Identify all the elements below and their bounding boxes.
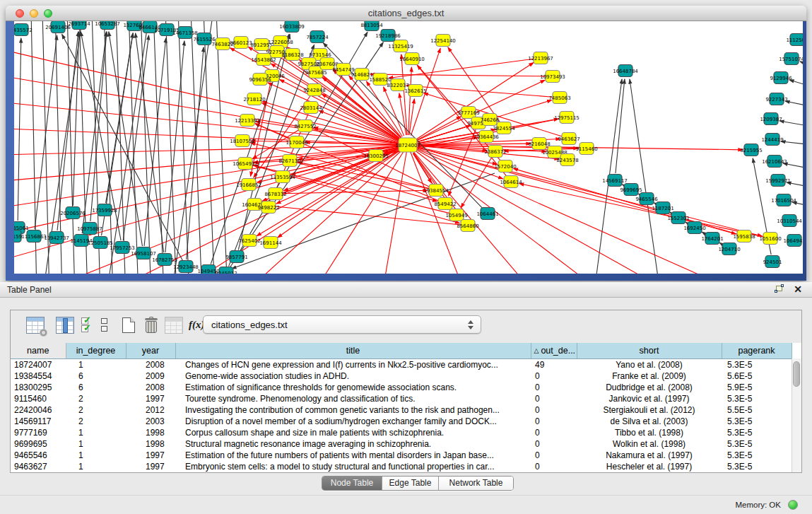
table-cell[interactable]: 0 bbox=[531, 450, 577, 461]
column-header-in_degree[interactable]: in_degree bbox=[66, 343, 126, 358]
column-header-pagerank[interactable]: pagerank bbox=[722, 343, 792, 358]
table-cell[interactable]: 1 bbox=[66, 461, 126, 472]
select-rows-icon[interactable]: ✓✓ bbox=[81, 316, 89, 332]
table-cell[interactable]: 49 bbox=[531, 358, 577, 370]
table-cell[interactable]: 1 bbox=[66, 450, 126, 461]
graph-edge[interactable] bbox=[14, 42, 408, 145]
table-cell[interactable]: Nakamura et al. (1997) bbox=[577, 450, 722, 461]
graph-edge[interactable] bbox=[789, 80, 803, 89]
table-cell[interactable]: 9777169 bbox=[11, 427, 66, 438]
table-cell[interactable]: 2003 bbox=[126, 416, 175, 427]
table-cell[interactable]: 9463627 bbox=[11, 461, 66, 472]
column-header-year[interactable]: year bbox=[126, 343, 175, 358]
graph-edge[interactable] bbox=[136, 33, 164, 252]
new-column-icon[interactable] bbox=[122, 317, 135, 333]
column-header-title[interactable]: title bbox=[175, 343, 531, 358]
table-cell[interactable]: 1 bbox=[66, 358, 126, 370]
table-cell[interactable]: 0 bbox=[531, 461, 577, 472]
row-height-icon[interactable] bbox=[101, 318, 107, 334]
table-cell[interactable]: 2008 bbox=[126, 358, 175, 370]
table-cell[interactable]: 5.3E-5 bbox=[722, 427, 792, 438]
table-cell[interactable]: 5.3E-5 bbox=[722, 416, 792, 427]
table-cell[interactable]: 1997 bbox=[126, 461, 175, 472]
table-row[interactable]: 946362711997Embryonic stem cells: a mode… bbox=[11, 461, 792, 472]
graph-edge[interactable] bbox=[106, 33, 134, 203]
table-cell[interactable]: Embryonic stem cells: a model to study s… bbox=[175, 461, 531, 472]
table-cell[interactable]: 2012 bbox=[126, 404, 175, 416]
table-cell[interactable]: Wolkin et al. (1998) bbox=[577, 438, 722, 450]
table-cell[interactable]: 0 bbox=[531, 393, 577, 404]
graph-edge[interactable] bbox=[781, 141, 803, 146]
table-cell[interactable]: Jankovic et al. (1997) bbox=[577, 393, 722, 404]
graph-edge[interactable] bbox=[408, 145, 537, 274]
graph-edge[interactable] bbox=[116, 21, 126, 274]
table-cell[interactable]: 5.6E-5 bbox=[722, 370, 792, 382]
network-canvas[interactable]: 1872400774638228660123891295512226058922… bbox=[14, 21, 803, 274]
float-panel-icon[interactable] bbox=[775, 286, 784, 294]
table-row[interactable]: 1830029562008Estimation of significance … bbox=[11, 382, 792, 393]
graph-edge[interactable] bbox=[406, 86, 553, 97]
table-cell[interactable]: 1 bbox=[66, 427, 126, 438]
table-row[interactable]: 1872400712008Changes of HCN gene express… bbox=[11, 358, 792, 370]
graph-edge[interactable] bbox=[783, 163, 803, 170]
table-cell[interactable]: Investigating the contribution of common… bbox=[175, 404, 531, 416]
table-mode-icon[interactable] bbox=[26, 317, 45, 334]
graph-edge[interactable] bbox=[35, 35, 57, 229]
table-row[interactable]: 946554611997Estimation of the future num… bbox=[11, 450, 792, 461]
table-cell[interactable]: 2 bbox=[66, 393, 126, 404]
table-row[interactable]: 911546021997Tourette syndrome. Phenomeno… bbox=[11, 393, 792, 404]
table-row[interactable]: 977716911998Corpus callosum shape and si… bbox=[11, 427, 792, 438]
graph-edge[interactable] bbox=[408, 67, 412, 135]
table-row[interactable]: 969969511998Structural magnetic resonanc… bbox=[11, 438, 792, 450]
table-cell[interactable]: Estimation of significance thresholds fo… bbox=[175, 382, 531, 393]
graph-edge[interactable] bbox=[370, 74, 546, 76]
table-cell[interactable]: 0 bbox=[531, 370, 577, 382]
graph-edge[interactable] bbox=[399, 93, 406, 135]
table-cell[interactable]: 18724007 bbox=[11, 358, 66, 370]
table-cell[interactable]: 5.3E-5 bbox=[722, 450, 792, 461]
import-table-icon[interactable] bbox=[165, 317, 183, 334]
table-cell[interactable]: Stergiakouli et al. (2012) bbox=[577, 404, 722, 416]
graph-edge[interactable] bbox=[204, 21, 215, 274]
table-cell[interactable]: 0 bbox=[531, 427, 577, 438]
table-cell[interactable]: de Silva et al. (2003) bbox=[577, 416, 722, 427]
table-scrollbar-thumb[interactable] bbox=[793, 361, 800, 387]
table-cell[interactable]: 1 bbox=[66, 438, 126, 450]
table-cell[interactable]: Changes of HCN gene expression and I(f) … bbox=[175, 358, 531, 370]
table-cell[interactable]: 19384554 bbox=[11, 370, 66, 382]
graph-edge[interactable] bbox=[800, 62, 803, 69]
graph-edge[interactable] bbox=[109, 32, 143, 246]
graph-edge[interactable] bbox=[630, 79, 661, 274]
table-cell[interactable]: 5.3E-5 bbox=[722, 461, 792, 472]
graph-edge[interactable] bbox=[779, 121, 803, 128]
table-row[interactable]: 2242004622012Investigating the contribut… bbox=[11, 404, 792, 416]
close-panel-icon[interactable]: ✕ bbox=[794, 284, 802, 295]
graph-edge[interactable] bbox=[171, 21, 213, 274]
tab-edge-table[interactable]: Edge Table bbox=[382, 477, 439, 490]
table-cell[interactable]: 0 bbox=[531, 438, 577, 450]
table-cell[interactable]: Tourette syndrome. Phenomenology and cla… bbox=[175, 393, 531, 404]
table-cell[interactable]: 18300295 bbox=[11, 382, 66, 393]
table-cell[interactable]: 14569117 bbox=[11, 416, 66, 427]
table-cell[interactable]: Disruption of a novel member of a sodium… bbox=[175, 416, 531, 427]
table-cell[interactable]: 9465546 bbox=[11, 450, 66, 461]
table-cell[interactable]: Hescheler et al. (1997) bbox=[577, 461, 722, 472]
graph-edge[interactable] bbox=[106, 21, 150, 274]
delete-column-icon[interactable] bbox=[145, 317, 158, 334]
graph-edge[interactable] bbox=[104, 21, 113, 274]
graph-edge[interactable] bbox=[297, 163, 437, 201]
table-cell[interactable]: Genome-wide association studies in ADHD. bbox=[175, 370, 531, 382]
table-cell[interactable]: 1997 bbox=[126, 393, 175, 404]
column-header-short[interactable]: short bbox=[577, 343, 722, 358]
table-selector-dropdown[interactable]: citations_edges.txt bbox=[203, 315, 481, 334]
graph-edge[interactable] bbox=[92, 21, 100, 274]
table-cell[interactable]: Yano et al. (2008) bbox=[577, 358, 722, 370]
network-window-titlebar[interactable]: citations_edges.txt bbox=[6, 6, 806, 21]
tab-node-table[interactable]: Node Table bbox=[322, 477, 382, 490]
table-cell[interactable]: 1997 bbox=[126, 450, 175, 461]
table-cell[interactable]: 22420046 bbox=[11, 404, 66, 416]
graph-edge[interactable] bbox=[14, 145, 408, 184]
graph-edge[interactable] bbox=[191, 21, 202, 274]
table-cell[interactable]: 2 bbox=[66, 404, 126, 416]
table-cell[interactable]: 0 bbox=[531, 382, 577, 393]
